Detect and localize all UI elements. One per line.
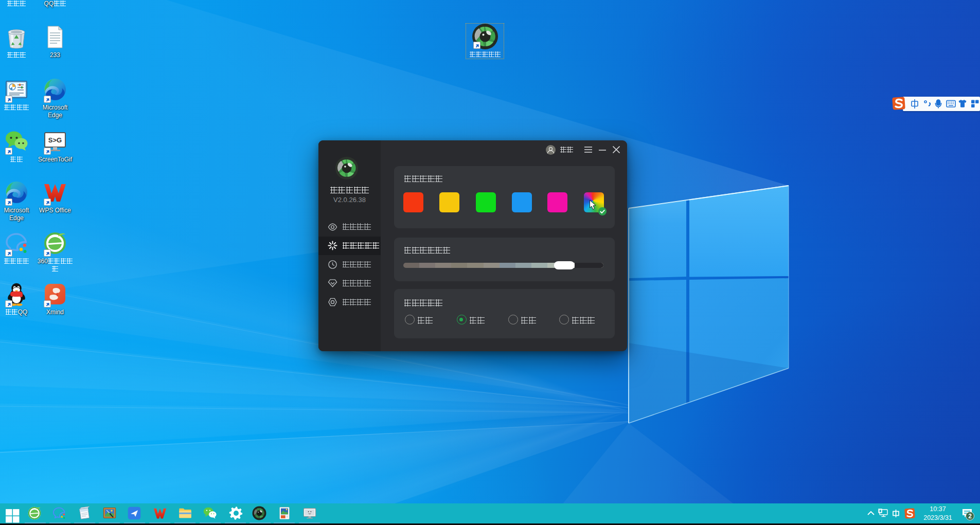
svg-text:S>G: S>G [48,136,62,144]
